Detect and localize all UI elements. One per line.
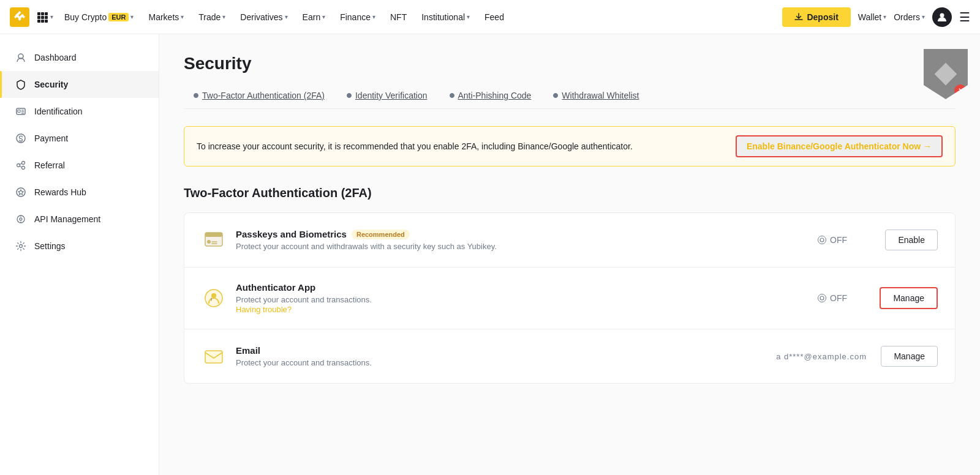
tab-2fa[interactable]: Two-Factor Authentication (2FA) xyxy=(184,86,334,109)
having-trouble-link[interactable]: Having trouble? xyxy=(236,305,292,314)
svg-line-21 xyxy=(20,163,21,165)
authenticator-manage-button[interactable]: Manage xyxy=(880,287,938,309)
deposit-icon xyxy=(794,13,803,21)
user-icon xyxy=(937,12,948,23)
recommended-badge: Recommended xyxy=(352,230,410,239)
email-info: Email Protect your account and transacti… xyxy=(236,345,766,367)
deposit-button[interactable]: Deposit xyxy=(782,7,850,27)
nav-institutional[interactable]: Institutional ▾ xyxy=(415,9,476,26)
sidebar-item-security[interactable]: Security xyxy=(0,71,159,98)
passkeys-desc: Protect your account and withdrawals wit… xyxy=(236,242,808,251)
page-layout: Dashboard Security Identification xyxy=(0,34,980,475)
authenticator-icon xyxy=(203,287,225,309)
sidebar-item-identification[interactable]: Identification xyxy=(0,98,159,125)
sidebar-item-payment[interactable]: Payment xyxy=(0,125,159,152)
svg-point-20 xyxy=(22,166,25,170)
svg-point-24 xyxy=(20,218,22,220)
email-manage-button[interactable]: Manage xyxy=(881,346,938,367)
security-list: Passkeys and Biometrics Recommended Prot… xyxy=(184,212,956,384)
sidebar-item-dashboard[interactable]: Dashboard xyxy=(0,44,159,71)
tab-anti-phishing[interactable]: Anti-Phishing Code xyxy=(440,86,541,109)
passkeys-action: Enable xyxy=(876,230,938,250)
sidebar-item-settings[interactable]: Settings xyxy=(0,233,159,260)
wallet-button[interactable]: Wallet ▾ xyxy=(858,12,886,22)
nav-nft[interactable]: NFT xyxy=(384,9,413,26)
page-title: Security xyxy=(184,54,956,73)
status-off-dot-auth xyxy=(818,294,826,302)
svg-point-19 xyxy=(22,162,25,165)
svg-rect-6 xyxy=(45,16,48,19)
identification-icon xyxy=(15,105,27,118)
nav-right: Deposit Wallet ▾ Orders ▾ ☰ xyxy=(782,7,970,27)
warning-text: To increase your account security, it is… xyxy=(197,141,633,151)
svg-line-22 xyxy=(20,166,21,167)
passkeys-status: OFF xyxy=(818,235,867,245)
logo[interactable] xyxy=(10,7,29,27)
svg-point-32 xyxy=(207,240,211,244)
sidebar: Dashboard Security Identification xyxy=(0,34,159,475)
email-mask-text: a d****@example.com xyxy=(776,352,867,361)
passkeys-icon-wrap xyxy=(202,228,226,252)
svg-rect-8 xyxy=(41,20,44,23)
svg-point-35 xyxy=(211,293,216,298)
authenticator-action: Manage xyxy=(876,287,938,309)
nav-derivatives[interactable]: Derivatives ▾ xyxy=(234,9,293,26)
passkeys-info: Passkeys and Biometrics Recommended Prot… xyxy=(236,229,808,251)
status-off-dot xyxy=(818,236,826,244)
payment-icon xyxy=(15,132,27,144)
sidebar-item-rewards-hub[interactable]: Rewards Hub xyxy=(0,179,159,206)
settings-icon xyxy=(15,240,27,252)
svg-rect-7 xyxy=(37,20,40,23)
2fa-section-title: Two-Factor Authentication (2FA) xyxy=(184,186,956,200)
nav-trade[interactable]: Trade ▾ xyxy=(192,9,232,26)
svg-rect-2 xyxy=(41,12,44,15)
passkeys-icon xyxy=(203,229,225,251)
orders-button[interactable]: Orders ▾ xyxy=(894,12,925,22)
svg-rect-3 xyxy=(45,12,48,15)
email-row: Email Protect your account and transacti… xyxy=(184,329,955,383)
grid-menu-button[interactable] xyxy=(34,9,50,25)
grid-arrow: ▾ xyxy=(50,13,53,20)
email-icon-wrap xyxy=(202,344,226,368)
referral-icon xyxy=(15,159,27,171)
svg-point-33 xyxy=(820,238,824,242)
top-navigation: ▾ Buy Crypto EUR ▾ Markets ▾ Trade ▾ Der… xyxy=(0,0,980,34)
svg-point-29 xyxy=(195,94,198,97)
dashboard-icon xyxy=(15,51,27,64)
svg-rect-13 xyxy=(18,110,20,113)
nav-feed[interactable]: Feed xyxy=(478,9,510,26)
svg-rect-5 xyxy=(41,16,44,19)
svg-point-37 xyxy=(820,296,824,300)
svg-point-28 xyxy=(20,245,23,248)
authenticator-icon-wrap xyxy=(202,286,226,310)
nav-markets[interactable]: Markets ▾ xyxy=(142,9,190,26)
security-tabs: Two-Factor Authentication (2FA) Identity… xyxy=(184,86,956,109)
enable-authenticator-button[interactable]: Enable Binance/Google Authenticator Now … xyxy=(736,135,943,157)
rewards-icon xyxy=(15,186,27,198)
passkeys-enable-button[interactable]: Enable xyxy=(885,230,938,250)
svg-rect-9 xyxy=(45,20,48,23)
svg-point-18 xyxy=(17,164,20,167)
user-avatar-button[interactable] xyxy=(932,7,952,27)
grid-icon xyxy=(37,12,48,23)
svg-rect-38 xyxy=(205,351,222,363)
svg-rect-1 xyxy=(37,12,40,15)
nav-finance[interactable]: Finance ▾ xyxy=(334,9,382,26)
tab-identity[interactable]: Identity Verification xyxy=(337,86,437,109)
authenticator-row: Authenticator App Protect your account a… xyxy=(184,267,955,329)
nav-buy-crypto[interactable]: Buy Crypto EUR ▾ xyxy=(58,9,140,26)
nav-earn[interactable]: Earn ▾ xyxy=(296,9,332,26)
svg-rect-31 xyxy=(205,233,222,237)
email-masked: a d****@example.com xyxy=(776,352,867,361)
email-action: Manage xyxy=(876,346,938,367)
nav-items: Buy Crypto EUR ▾ Markets ▾ Trade ▾ Deriv… xyxy=(58,9,782,26)
hamburger-menu-button[interactable]: ☰ xyxy=(959,10,970,24)
email-icon xyxy=(203,345,225,367)
tab-withdrawal-whitelist[interactable]: Withdrawal Whitelist xyxy=(543,86,649,109)
main-content: Security Two-Factor Authentication (2FA)… xyxy=(159,34,980,475)
sidebar-item-referral[interactable]: Referral xyxy=(0,152,159,179)
email-desc: Protect your account and transactions. xyxy=(236,358,766,367)
binance-logo-icon xyxy=(10,7,29,27)
sidebar-item-api-management[interactable]: API Management xyxy=(0,206,159,233)
tab-dot-icon xyxy=(194,94,198,97)
